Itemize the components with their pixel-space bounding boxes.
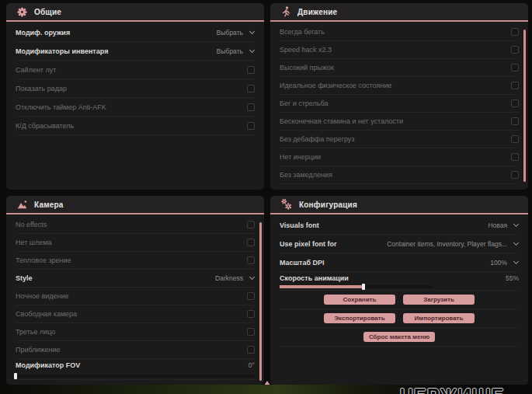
setting-row: Высокий прыжок (280, 59, 519, 77)
panel-title: Движение (297, 8, 337, 16)
setting-label: Бесконечная стамина и нет усталости (280, 117, 403, 125)
checkbox[interactable] (511, 99, 519, 107)
setting-row: Visuals fontНовая (280, 216, 519, 235)
dropdown-value[interactable]: Новая (488, 221, 507, 229)
setting-label: Style (16, 274, 33, 282)
config-button[interactable]: Экспортировать (324, 313, 395, 323)
dropdown-value[interactable]: Darkness (215, 274, 243, 282)
checkbox[interactable] (247, 346, 255, 354)
chevron-down-icon[interactable] (249, 274, 255, 280)
gears-icon (281, 199, 292, 210)
runner-icon (281, 6, 290, 17)
setting-label: Без замедления (280, 171, 332, 179)
checkbox[interactable] (247, 292, 255, 300)
setting-label: Visuals font (280, 221, 319, 229)
checkbox[interactable] (247, 328, 255, 336)
chevron-down-icon[interactable] (513, 221, 519, 226)
dropdown-value[interactable]: Container items, Inventory, Player flags… (387, 240, 507, 248)
setting-row: Свободная камера (16, 305, 255, 323)
checkbox[interactable] (247, 85, 255, 92)
slider-handle[interactable] (14, 373, 17, 379)
slider-fill (280, 285, 363, 288)
setting-label: Тепловое зрение (16, 256, 71, 264)
setting-row: No effects (16, 216, 255, 234)
image-mountain-icon (17, 200, 27, 209)
config-button[interactable]: Сохранить (324, 295, 395, 305)
checkbox[interactable] (511, 135, 519, 143)
setting-row: Модификаторы инвентаряВыбрать (16, 42, 255, 61)
checkbox[interactable] (511, 171, 519, 179)
setting-row: Модификатор FOV0° (16, 359, 255, 380)
panel-camera-rows: No effectsНет шлемаТепловое зрениеStyleD… (6, 214, 264, 380)
setting-label: No effects (16, 221, 47, 228)
setting-row: Модиф. оружияВыбрать (16, 23, 255, 42)
checkbox[interactable] (247, 122, 255, 130)
panel-config: Конфигурация Visuals fontНоваяUse pixel … (270, 196, 528, 385)
setting-label: Нет шлема (16, 239, 52, 246)
panel-title: Конфигурация (299, 200, 357, 209)
panel-config-rows: Visuals fontНоваяUse pixel font forConta… (270, 214, 528, 291)
panel-movement-rows: Всегда бегатьSpeed hack x2.3Высокий прыж… (270, 22, 528, 184)
checkbox[interactable] (511, 82, 519, 89)
chevron-down-icon[interactable] (513, 239, 519, 245)
panel-general: Общие Модиф. оружияВыбратьМодификаторы и… (6, 3, 264, 190)
panel-camera: Камера No effectsНет шлемаТепловое зрени… (6, 196, 264, 385)
checkbox[interactable] (511, 117, 519, 125)
setting-label: Use pixel font for (280, 240, 337, 248)
checkbox[interactable] (247, 66, 255, 74)
chevron-down-icon[interactable] (249, 47, 255, 52)
setting-row: Бесконечная стамина и нет усталости (280, 113, 519, 131)
setting-row: StyleDarkness (16, 270, 255, 288)
setting-label: Бег и стрельба (280, 99, 328, 107)
checkbox[interactable] (247, 310, 255, 318)
setting-row: Бег и стрельба (280, 95, 519, 113)
checkbox[interactable] (511, 153, 519, 161)
slider-handle[interactable] (362, 284, 365, 290)
checkbox[interactable] (511, 28, 519, 36)
config-button-row: СохранитьЗагрузить (280, 291, 519, 309)
panel-movement-header[interactable]: Движение (270, 3, 528, 22)
setting-label: Модификаторы инвентаря (16, 47, 108, 55)
checkbox[interactable] (511, 64, 519, 71)
setting-label: Модиф. оружия (16, 29, 70, 37)
dropdown-value[interactable]: Выбрать (217, 29, 243, 37)
config-button-row: ЭкспортироватьИмпортировать (280, 309, 519, 328)
slider-value: 0° (249, 361, 255, 369)
setting-label: Масштаб DPI (280, 259, 325, 267)
setting-label: Модификатор FOV (16, 361, 80, 369)
scrollbar[interactable] (259, 222, 262, 381)
scrollbar[interactable] (523, 30, 526, 182)
dropdown-value[interactable]: 100% (490, 259, 507, 267)
checkbox[interactable] (247, 256, 255, 264)
config-button[interactable]: Сброс макета меню (363, 332, 435, 342)
panel-grid: Общие Модиф. оружияВыбратьМодификаторы и… (6, 3, 528, 385)
setting-label: Speed hack x2.3 (280, 46, 332, 54)
config-button[interactable]: Импортировать (403, 313, 475, 323)
checkbox[interactable] (247, 239, 255, 246)
panel-general-header[interactable]: Общие (6, 3, 264, 22)
setting-label: Высокий прыжок (280, 64, 334, 71)
chevron-down-icon[interactable] (249, 28, 255, 33)
config-buttons: СохранитьЗагрузитьЭкспортироватьИмпортир… (270, 291, 528, 347)
config-button[interactable]: Загрузить (403, 295, 475, 305)
panel-config-header[interactable]: Конфигурация (270, 196, 528, 214)
setting-row: К/Д сбрасыватель (16, 117, 255, 135)
setting-label: Приближение (16, 346, 61, 354)
checkbox[interactable] (247, 103, 255, 111)
setting-label: Идеальное физическое состояние (280, 82, 392, 89)
setting-row: Ночное видение (16, 288, 255, 305)
slider-track[interactable] (16, 375, 255, 378)
checkbox[interactable] (511, 46, 519, 54)
checkbox[interactable] (247, 221, 255, 228)
setting-label: Третье лицо (16, 328, 55, 336)
setting-label: Ночное видение (16, 292, 69, 300)
setting-label: К/Д сбрасыватель (16, 122, 74, 130)
gear-icon (17, 7, 27, 17)
setting-row: Без замедления (280, 166, 519, 184)
dropdown-value[interactable]: Выбрать (217, 47, 243, 55)
setting-label: Свободная камера (16, 310, 77, 318)
chevron-down-icon[interactable] (513, 258, 519, 263)
panel-camera-header[interactable]: Камера (6, 196, 264, 214)
slider-track[interactable] (280, 285, 433, 288)
setting-row: Speed hack x2.3 (280, 41, 519, 59)
